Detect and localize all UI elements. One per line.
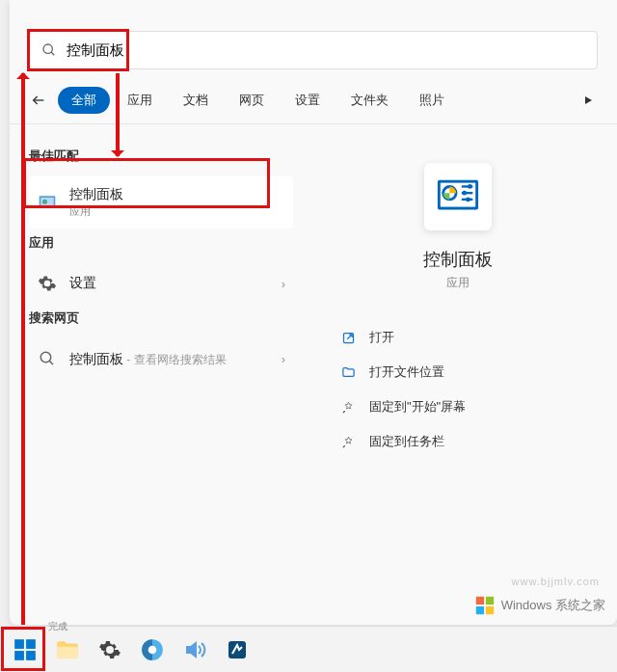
taskbar-volume[interactable]: [174, 631, 216, 669]
play-icon: [582, 94, 594, 106]
more-tabs-button[interactable]: [573, 85, 604, 116]
tab-all[interactable]: 全部: [58, 87, 110, 114]
svg-point-13: [468, 184, 472, 189]
pin-icon: [341, 400, 356, 415]
watermark-url: www.bjjmlv.com: [512, 576, 600, 587]
apps-heading: 应用: [29, 234, 293, 252]
svg-line-1: [51, 52, 54, 55]
svg-marker-32: [187, 643, 196, 657]
svg-point-6: [42, 200, 47, 204]
details-panel: 控制面板 应用 打开 打开文件位置 固定到"开始"屏幕 固定到任务: [299, 124, 617, 630]
svg-rect-26: [26, 639, 36, 649]
taskbar-explorer[interactable]: [46, 631, 89, 669]
taskbar-browser[interactable]: [131, 631, 174, 669]
action-pin-taskbar[interactable]: 固定到任务栏: [337, 424, 578, 459]
tab-settings[interactable]: 设置: [282, 87, 334, 114]
svg-rect-29: [57, 646, 78, 658]
actions-list: 打开 打开文件位置 固定到"开始"屏幕 固定到任务栏: [318, 320, 598, 459]
app-icon-large: [424, 163, 492, 230]
taskbar: 完成: [0, 626, 617, 672]
result-text: 设置: [69, 275, 274, 292]
svg-rect-21: [475, 597, 483, 605]
search-bar-container: [10, 0, 617, 77]
svg-point-31: [148, 645, 157, 654]
web-result[interactable]: 控制面板 - 查看网络搜索结果 ›: [29, 338, 293, 379]
pin-icon: [341, 435, 356, 449]
chevron-right-icon: ›: [282, 277, 285, 291]
results-list: 最佳匹配 控制面板 应用 应用 设置 ›: [10, 124, 299, 630]
svg-rect-22: [486, 597, 494, 605]
browser-icon: [140, 637, 165, 662]
best-match-result[interactable]: 控制面板 应用: [29, 176, 293, 228]
watermark-text: Windows 系统之家: [501, 597, 605, 614]
app-icon: [226, 638, 249, 661]
back-button[interactable]: [23, 85, 54, 116]
tab-docs[interactable]: 文档: [170, 87, 222, 114]
search-bar[interactable]: [29, 31, 598, 69]
action-open[interactable]: 打开: [337, 320, 578, 355]
gear-icon: [37, 273, 58, 294]
svg-point-15: [462, 191, 467, 196]
svg-line-19: [343, 411, 345, 413]
action-label: 固定到"开始"屏幕: [369, 398, 466, 416]
search-icon: [41, 42, 57, 58]
result-subtitle: 应用: [69, 204, 285, 219]
search-input[interactable]: [67, 42, 585, 59]
chevron-right-icon: ›: [282, 352, 285, 366]
svg-rect-28: [26, 651, 36, 660]
tab-apps[interactable]: 应用: [114, 87, 166, 114]
control-panel-icon: [436, 175, 480, 219]
folder-icon: [55, 639, 80, 660]
detail-subtitle: 应用: [446, 275, 469, 291]
filter-tabs: 全部 应用 文档 网页 设置 文件夹 照片: [10, 77, 617, 124]
open-external-icon: [341, 331, 356, 345]
action-label: 打开文件位置: [369, 363, 444, 381]
taskbar-settings[interactable]: [89, 631, 131, 669]
arrow-left-icon: [31, 93, 46, 108]
action-label: 打开: [369, 329, 394, 346]
action-pin-start[interactable]: 固定到"开始"屏幕: [337, 390, 578, 424]
svg-rect-23: [475, 606, 483, 614]
speaker-icon: [183, 638, 206, 661]
tab-photos[interactable]: 照片: [406, 87, 458, 114]
done-label: 完成: [48, 620, 67, 633]
gear-icon: [98, 638, 121, 661]
svg-rect-25: [14, 639, 24, 649]
result-title: 设置: [69, 275, 274, 292]
svg-rect-24: [486, 606, 494, 614]
svg-point-7: [40, 352, 51, 363]
search-results-panel: 全部 应用 文档 网页 设置 文件夹 照片 最佳匹配 控制面板 应用 应用: [10, 0, 617, 625]
svg-point-17: [466, 197, 470, 202]
web-heading: 搜索网页: [29, 309, 293, 327]
action-label: 固定到任务栏: [369, 433, 444, 450]
action-open-location[interactable]: 打开文件位置: [337, 355, 578, 390]
svg-line-8: [49, 361, 53, 364]
apps-result-settings[interactable]: 设置 ›: [29, 263, 293, 304]
taskbar-app[interactable]: [216, 631, 258, 669]
detail-title: 控制面板: [423, 248, 493, 271]
tab-web[interactable]: 网页: [226, 87, 278, 114]
control-panel-icon: [37, 192, 58, 213]
result-title: 控制面板: [69, 186, 285, 203]
result-text: 控制面板 应用: [69, 186, 285, 219]
best-match-heading: 最佳匹配: [29, 148, 293, 165]
start-button[interactable]: [4, 631, 46, 669]
windows-start-icon: [13, 637, 38, 662]
tab-folders[interactable]: 文件夹: [337, 87, 402, 114]
result-title: 控制面板: [69, 351, 123, 366]
results-content: 最佳匹配 控制面板 应用 应用 设置 ›: [10, 124, 617, 630]
svg-rect-27: [14, 651, 24, 660]
search-icon: [37, 348, 58, 369]
svg-point-0: [43, 44, 52, 53]
result-suffix: - 查看网络搜索结果: [123, 353, 227, 366]
svg-line-20: [343, 445, 345, 447]
folder-icon: [341, 365, 356, 380]
windows-logo-icon: [474, 595, 496, 616]
svg-marker-3: [585, 96, 592, 104]
watermark: Windows 系统之家: [474, 595, 605, 616]
result-text: 控制面板 - 查看网络搜索结果: [69, 350, 274, 368]
